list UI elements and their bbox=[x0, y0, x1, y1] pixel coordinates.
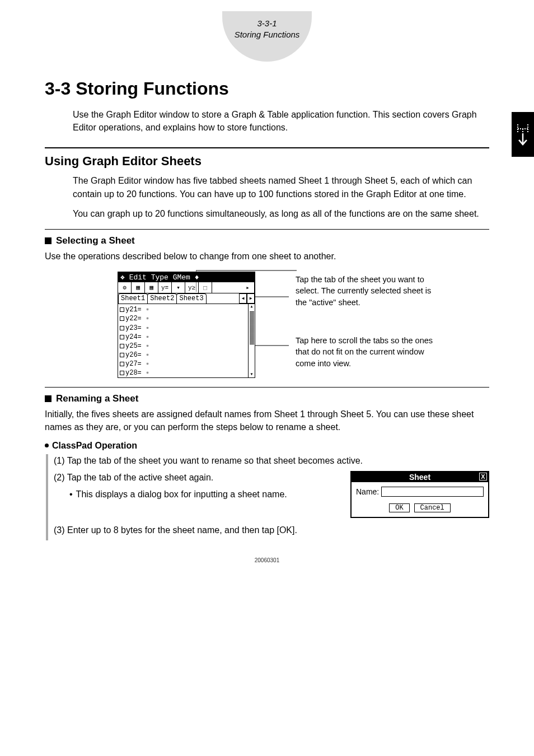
toolbar-icon: ▦ bbox=[132, 282, 145, 293]
scroll-down-icon: ▾ bbox=[250, 372, 253, 377]
square-bullet-icon bbox=[45, 395, 51, 402]
calc-function-list: y21= ▫ y22= ▫ y23= ▫ y24= ▫ y25= ▫ y26= … bbox=[118, 304, 255, 377]
section-body-2: You can graph up to 20 functions simulta… bbox=[73, 207, 489, 220]
toolbar-icon: ▾ bbox=[172, 282, 185, 293]
sheet-tab: Sheet3 bbox=[176, 293, 206, 304]
subsection-desc: Initially, the fives sheets are assigned… bbox=[45, 408, 489, 433]
bullet-dot: • bbox=[69, 488, 73, 501]
function-row: y22= ▫ bbox=[120, 314, 247, 323]
dialog-titlebar: Sheet X bbox=[352, 472, 488, 482]
name-label: Name: bbox=[356, 487, 379, 496]
tab-scroll-left-icon: ◂ bbox=[239, 293, 247, 304]
sheet-tab: Sheet2 bbox=[147, 293, 177, 304]
sheet-rename-dialog-figure: Sheet X Name: OK Cancel bbox=[350, 471, 489, 518]
calculator-screenshot: ❖ Edit Type GMem ♦ ⚙ ▦ ▦ y= ▾ y≥ ⬚ ▸ She… bbox=[118, 272, 255, 378]
calc-toolbar: ⚙ ▦ ▦ y= ▾ y≥ ⬚ ▸ bbox=[118, 282, 255, 293]
subsection-heading: Renaming a Sheet bbox=[56, 393, 138, 404]
cancel-button[interactable]: Cancel bbox=[414, 503, 451, 512]
footer-number: 20060301 bbox=[0, 557, 534, 563]
function-row: y23= ▫ bbox=[120, 324, 247, 333]
function-row: y27= ▫ bbox=[120, 360, 247, 368]
dialog-title-text: Sheet bbox=[409, 473, 430, 482]
section-body-1: The Graph Editor window has five tabbed … bbox=[73, 174, 489, 200]
function-row: y24= ▫ bbox=[120, 333, 247, 342]
function-row: y28= ▫ bbox=[120, 368, 247, 377]
divider bbox=[45, 229, 489, 230]
sheet-dialog: Sheet X Name: OK Cancel bbox=[350, 471, 489, 518]
step-2-sub: • This displays a dialog box for inputti… bbox=[69, 488, 305, 501]
subsection-heading: Selecting a Sheet bbox=[56, 235, 135, 246]
figure-graph-editor: ❖ Edit Type GMem ♦ ⚙ ▦ ▦ y= ▾ y≥ ⬚ ▸ She… bbox=[118, 272, 489, 378]
scrollbar: ▴ ▾ bbox=[248, 304, 255, 377]
callout-tab-scroll: Tap here to scroll the tabs so the ones … bbox=[296, 335, 438, 369]
operation-heading: ClassPad Operation bbox=[45, 441, 489, 451]
toolbar-arrow-icon: ▸ bbox=[241, 282, 255, 293]
calc-tabs: Sheet1 Sheet2 Sheet3 ◂ ▸ bbox=[118, 293, 255, 304]
close-icon[interactable]: X bbox=[479, 473, 487, 480]
sheet-tab: Sheet1 bbox=[118, 293, 148, 304]
subsection-renaming-sheet: Renaming a Sheet bbox=[45, 393, 489, 404]
toolbar-icon: y= bbox=[158, 282, 172, 293]
calc-menubar: ❖ Edit Type GMem ♦ bbox=[118, 272, 255, 282]
toolbar-icon: ⬚ bbox=[199, 282, 212, 293]
function-row: y25= ▫ bbox=[120, 342, 247, 351]
function-row: y21= ▫ bbox=[120, 305, 247, 314]
subsection-selecting-sheet: Selecting a Sheet bbox=[45, 235, 489, 246]
page-header-title: Storing Functions bbox=[222, 29, 312, 40]
page-header-code: 3-3-1 bbox=[222, 18, 312, 29]
toolbar-icon: y≥ bbox=[185, 282, 199, 293]
function-row: y26= ▫ bbox=[120, 351, 247, 360]
ok-button[interactable]: OK bbox=[389, 503, 409, 512]
page-header-bubble: 3-3-1 Storing Functions bbox=[222, 11, 312, 62]
subsection-desc: Use the operations described below to ch… bbox=[45, 250, 489, 263]
toolbar-icon: ▦ bbox=[145, 282, 158, 293]
tab-scroll-right-icon: ▸ bbox=[247, 293, 255, 304]
dot-bullet-icon bbox=[45, 444, 49, 447]
callout-tab-select: Tap the tab of the sheet you want to sel… bbox=[296, 274, 438, 308]
operation-steps: (1) Tap the tab of the sheet you want to… bbox=[46, 454, 489, 540]
toolbar-icon: ⚙ bbox=[118, 282, 132, 293]
chapter-heading: 3-3 Storing Functions bbox=[45, 78, 489, 99]
step-1: (1) Tap the tab of the sheet you want to… bbox=[54, 454, 489, 468]
divider bbox=[45, 387, 489, 388]
operation-heading-text: ClassPad Operation bbox=[52, 441, 137, 451]
step-2-sub-text: This displays a dialog box for inputting… bbox=[76, 488, 287, 501]
tab-scroll-arrows: ◂ ▸ bbox=[239, 293, 255, 304]
step-3: (3) Enter up to 8 bytes for the sheet na… bbox=[54, 524, 489, 537]
section-heading: Using Graph Editor Sheets bbox=[45, 154, 489, 169]
scroll-thumb bbox=[250, 311, 254, 344]
divider bbox=[45, 147, 489, 148]
side-tab-icon bbox=[512, 112, 534, 157]
square-bullet-icon bbox=[45, 237, 51, 244]
scroll-up-icon: ▴ bbox=[250, 304, 253, 310]
sheet-name-input[interactable] bbox=[381, 487, 484, 497]
chapter-intro: Use the Graph Editor window to store a G… bbox=[73, 108, 489, 134]
